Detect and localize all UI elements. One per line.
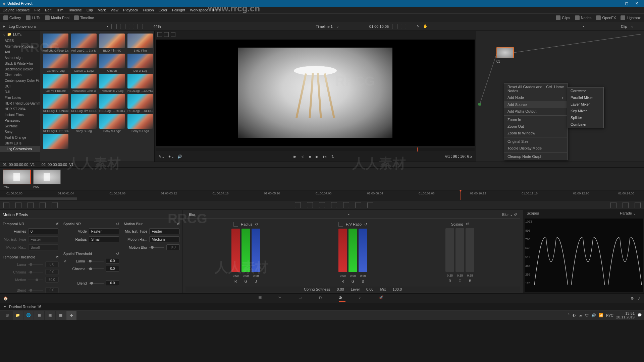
timeline-clip-bar[interactable] <box>0 197 77 200</box>
node-input[interactable] <box>478 103 481 106</box>
lut-item[interactable]: Canon C-Log <box>43 54 68 72</box>
sub-splitter[interactable]: Splitter <box>567 114 603 121</box>
palette-curves-icon[interactable] <box>3 202 9 208</box>
tray-lang[interactable]: РУС <box>606 313 613 317</box>
lut-item[interactable]: BMD Film <box>127 34 153 52</box>
tray-notifications-icon[interactable]: 💬 <box>637 313 642 317</box>
ctx-zoom-window[interactable]: Zoom to Window <box>504 130 567 136</box>
lut-item[interactable]: Sony S-Log <box>71 114 97 133</box>
sidebar-item[interactable]: Cine Looks <box>0 72 40 78</box>
tray-network-icon[interactable]: 📶 <box>599 313 603 317</box>
pointer-icon[interactable]: ↖ <box>417 24 420 28</box>
sidebar-item[interactable]: Teal & Orange <box>0 135 40 140</box>
node-01[interactable] <box>496 47 514 58</box>
more-icon-3[interactable]: ⋯ <box>637 24 641 28</box>
step-back-button[interactable]: ◁ <box>301 155 304 159</box>
lut-item[interactable]: BMD Film 4K <box>99 34 125 52</box>
clip-thumb-2[interactable] <box>33 170 61 184</box>
chevron-down-icon[interactable]: ⌄ <box>633 211 636 215</box>
tray-icon[interactable]: ◐ <box>573 313 576 317</box>
reset-icon[interactable]: ↺ <box>364 222 367 227</box>
hand-icon[interactable]: ✋ <box>423 24 428 28</box>
dropper-icon[interactable]: ✎⌄ <box>159 155 165 159</box>
palette-3d-icon[interactable] <box>367 202 373 208</box>
lut-item[interactable]: Arri Log C (Sup 2.x) <box>43 34 68 52</box>
lut-item[interactable]: Arri Log C ... 3.x & 4.x <box>71 34 97 52</box>
sidebar-item[interactable]: Instant Films <box>0 112 40 118</box>
link-icon[interactable]: ⊘ <box>63 259 66 263</box>
page-cut-icon[interactable]: ✂ <box>278 295 285 302</box>
blur-mode[interactable]: Blur <box>502 213 509 217</box>
task-app2[interactable]: ▦ <box>45 311 55 320</box>
sidebar-item[interactable]: Utility LUTs <box>0 140 40 146</box>
ctx-add-alpha[interactable]: Add Alpha Output <box>504 108 567 115</box>
chevron-down-icon[interactable]: ⌄ <box>510 213 513 217</box>
lut-item[interactable]: REDLogFi...REDColor3 <box>127 94 153 113</box>
sidebar-item[interactable]: DCI <box>0 83 40 89</box>
openfx-button[interactable]: OpenFX <box>596 15 616 20</box>
reset-icon[interactable]: ↺ <box>56 255 59 259</box>
sidebar-item[interactable]: Blackmagic Design <box>0 66 40 72</box>
speaker-icon[interactable]: 🔊 <box>177 155 182 159</box>
clip-mode-label[interactable]: Clip <box>621 24 627 28</box>
lut-item[interactable]: Cineon <box>99 54 125 72</box>
collapse-icon[interactable]: ▸ <box>3 24 5 28</box>
tray-time[interactable]: 13:51 <box>616 312 635 315</box>
tray-date[interactable]: 20.11.2019 <box>616 315 635 319</box>
sblend-slider[interactable] <box>89 283 104 284</box>
palette-blur-icon[interactable] <box>331 202 337 208</box>
scopes-mode[interactable]: Parade <box>620 211 632 215</box>
ctx-zoom-out[interactable]: Zoom Out <box>504 123 567 130</box>
expand-icon[interactable]: ⤢ <box>638 296 641 301</box>
reset-icon[interactable]: ↺ <box>514 213 517 217</box>
sidebar-item[interactable]: DJI <box>0 89 40 95</box>
timeline-button[interactable]: Timeline <box>74 15 94 20</box>
palette-camera-icon[interactable] <box>52 202 58 208</box>
page-edit-icon[interactable]: ▭ <box>299 295 305 302</box>
loop-button[interactable]: ↻ <box>331 155 334 159</box>
reset-icon[interactable]: ↺ <box>116 252 119 256</box>
frames-select[interactable]: 0 <box>28 228 58 234</box>
sidebar-root[interactable]: ⌄📁LUTs <box>0 31 40 38</box>
luts-button[interactable]: LUTs <box>26 15 40 20</box>
sidebar-item[interactable]: Contemporary Color Fi... <box>0 78 40 83</box>
palette-sizing-icon[interactable] <box>355 202 361 208</box>
menu-file[interactable]: File <box>35 8 41 12</box>
motionra-select[interactable]: Small <box>28 244 58 250</box>
sluma-slider[interactable] <box>87 261 104 261</box>
viewer-canvas[interactable] <box>156 40 475 146</box>
sidebar-item[interactable]: HDR Hybrid Log-Gamma <box>0 101 40 106</box>
sort-icon[interactable] <box>111 24 117 29</box>
grid-icon[interactable] <box>120 24 125 29</box>
lut-item[interactable]: DJI D-Log <box>127 54 153 72</box>
ctx-reset-grades[interactable]: Reset All Grades and NodesCtrl+Home <box>504 83 567 94</box>
palette-info-icon[interactable] <box>635 202 641 208</box>
tray-icon[interactable]: 🛡 <box>585 313 589 317</box>
palette-window-icon[interactable] <box>307 202 313 208</box>
sidebar-item[interactable]: Alternative Process <box>0 44 40 49</box>
radius-g-bar[interactable] <box>241 229 250 272</box>
more-icon[interactable]: ⋯ <box>637 211 641 215</box>
menu-fairlight[interactable]: Fairlight <box>172 8 185 12</box>
list-icon[interactable] <box>129 24 134 29</box>
lut-item[interactable]: Sony S-Log3 <box>127 114 153 133</box>
play-button[interactable]: ▶ <box>316 155 318 159</box>
settings-icon[interactable]: ⚙ <box>631 296 634 301</box>
lut-item[interactable]: Canon C-Log2 <box>71 54 97 72</box>
radius-r-bar[interactable] <box>231 229 240 272</box>
page-color-icon[interactable]: ◕ <box>339 295 345 302</box>
timeline-playhead[interactable] <box>461 190 461 200</box>
search-icon[interactable] <box>138 24 143 29</box>
sidebar-item[interactable]: Film Looks <box>0 95 40 101</box>
page-fairlight-icon[interactable]: ♪ <box>359 295 366 302</box>
reset-icon[interactable]: ↺ <box>116 222 119 226</box>
more-icon[interactable]: ⋯ <box>146 24 150 28</box>
clips-button[interactable]: Clips <box>556 15 570 20</box>
reset-icon[interactable]: ↺ <box>466 222 469 226</box>
lut-item[interactable]: Sony S-Log2 <box>99 114 125 133</box>
task-app3[interactable]: ▦ <box>56 311 66 320</box>
chevron-down-icon-2[interactable]: ⌄ <box>631 24 634 28</box>
menu-trim[interactable]: Trim <box>56 8 63 12</box>
menu-clip[interactable]: Clip <box>87 8 93 12</box>
ctx-add-source[interactable]: Add Source <box>504 101 567 108</box>
